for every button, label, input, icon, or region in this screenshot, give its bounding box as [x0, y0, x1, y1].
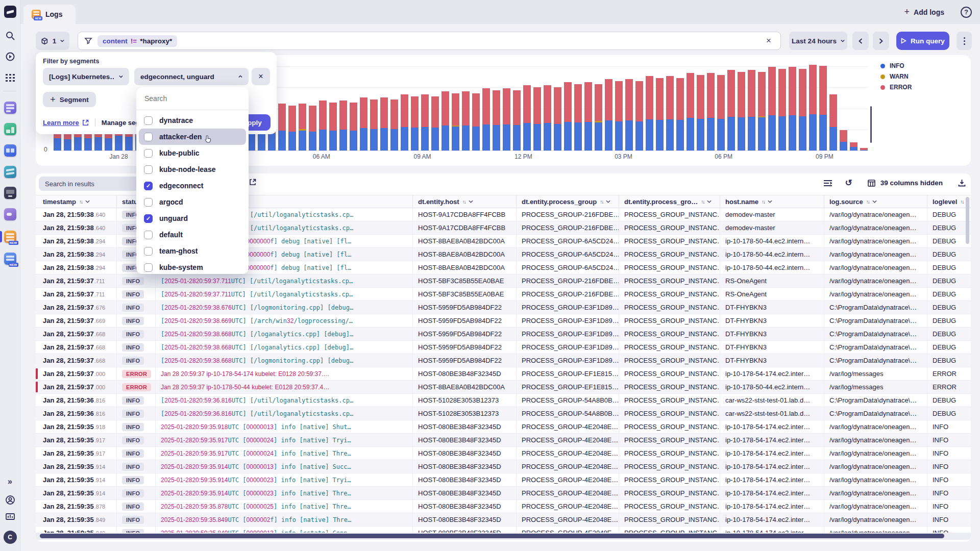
legend-item-info[interactable]: INFO — [880, 62, 912, 69]
log-row[interactable]: Jan 28, 21:59:35.918INFO2025-01-28 20:59… — [36, 420, 971, 434]
histogram-bar[interactable] — [442, 91, 449, 151]
log-row[interactable]: Jan 28, 21:59:37.668INFO[2025-01-28 20:5… — [36, 341, 971, 354]
histogram-bar[interactable] — [595, 84, 602, 151]
histogram-bar[interactable] — [544, 85, 551, 151]
histogram-bar[interactable] — [462, 91, 470, 151]
histogram-bar[interactable] — [523, 85, 531, 151]
histogram-bar[interactable] — [819, 66, 827, 151]
histogram-bar[interactable] — [697, 75, 704, 151]
histogram-bar[interactable] — [850, 142, 857, 151]
histogram-bar[interactable] — [411, 96, 419, 151]
histogram-bar[interactable] — [625, 79, 633, 151]
sort-icon[interactable]: ↑↓ — [79, 199, 82, 205]
sort-icon[interactable]: ↑↓ — [762, 199, 765, 205]
log-row[interactable]: Jan 28, 21:59:37.668INFO[2025-01-28 20:5… — [36, 354, 971, 367]
chevron-down-icon[interactable] — [606, 200, 610, 203]
histogram-bar[interactable] — [748, 70, 755, 151]
checkbox[interactable]: ✓ — [144, 182, 153, 190]
histogram-bar[interactable] — [401, 94, 408, 151]
search-in-results-input[interactable]: Search in results — [39, 177, 145, 191]
histogram-bar[interactable] — [360, 97, 368, 151]
histogram-bar[interactable] — [656, 78, 664, 151]
histogram-bar[interactable] — [605, 79, 612, 151]
app-icon-violet[interactable] — [4, 208, 16, 220]
checkbox[interactable] — [144, 247, 153, 256]
scope-selector[interactable]: 1 — [36, 32, 69, 50]
log-row[interactable]: Jan 28, 21:59:37.676INFO[2025-01-28 20:5… — [36, 301, 971, 314]
histogram-bar[interactable] — [431, 96, 439, 151]
column-header-log-source[interactable]: log.source↑↓ — [824, 195, 927, 208]
time-shift-forward-button[interactable] — [873, 32, 889, 50]
checkbox[interactable] — [144, 116, 153, 125]
histogram-bar[interactable] — [564, 82, 572, 151]
app-launcher-grid-icon[interactable] — [6, 73, 15, 83]
histogram-bar[interactable] — [493, 90, 500, 151]
segment-option-team-ghost[interactable]: team-ghost — [139, 243, 246, 259]
histogram-bar[interactable] — [513, 90, 521, 151]
log-row[interactable]: Jan 28, 21:59:37.711INFO[2025-01-28 20:5… — [36, 274, 971, 288]
histogram-bar[interactable] — [738, 72, 745, 151]
histogram-bar[interactable] — [309, 106, 316, 151]
histogram-bar[interactable] — [329, 103, 337, 151]
histogram-bar[interactable] — [299, 104, 306, 151]
log-row[interactable]: Jan 28, 21:59:35.917INFO2025-01-28 20:59… — [36, 434, 971, 447]
histogram-bar[interactable] — [482, 88, 490, 151]
learn-more-link[interactable]: Learn more — [43, 119, 89, 127]
histogram-bar[interactable] — [503, 88, 510, 151]
horizontal-scrollbar[interactable] — [36, 533, 971, 540]
sort-icon[interactable]: ↑↓ — [701, 199, 704, 205]
segment-option-kube-system[interactable]: kube-system — [139, 259, 246, 274]
histogram-bar[interactable] — [584, 82, 592, 151]
query-input[interactable]: content!=*haproxy* × — [78, 32, 781, 50]
checkbox[interactable] — [144, 263, 153, 272]
checkbox[interactable] — [144, 149, 153, 158]
checkbox[interactable] — [144, 165, 153, 174]
help-icon[interactable]: ? — [961, 7, 972, 18]
column-header-loglevel[interactable]: loglevel↑↓ — [927, 195, 971, 208]
log-row[interactable]: Jan 28, 21:59:35.914INFO2025-01-28 20:59… — [36, 487, 971, 500]
column-header-dt-entity-host[interactable]: dt.entity.host↑↓ — [412, 195, 516, 208]
horizontal-scrollbar-thumb[interactable] — [40, 534, 944, 538]
chevron-down-icon[interactable] — [469, 200, 473, 203]
run-query-button[interactable]: Run query — [896, 32, 949, 50]
histogram-bar[interactable] — [635, 81, 643, 151]
histogram-bar[interactable] — [676, 78, 684, 151]
filter-chip[interactable]: content!=*haproxy* — [97, 35, 177, 47]
chevron-down-icon[interactable] — [707, 200, 712, 203]
columns-hidden-button[interactable]: 39 columns hidden — [865, 179, 946, 187]
log-row[interactable]: Jan 28, 21:59:37.000ERRORJan 28 20:59:37… — [36, 381, 971, 394]
segment-option-unguard[interactable]: ✓unguard — [139, 210, 246, 227]
column-header-host-name[interactable]: host.name↑↓ — [720, 195, 824, 208]
app-icon-blue[interactable] — [4, 144, 16, 157]
histogram-bar[interactable] — [278, 104, 286, 151]
sort-icon[interactable]: ↑↓ — [600, 199, 603, 205]
histogram-bar[interactable] — [778, 69, 786, 151]
segment-values-combobox[interactable]: edgeconnect, unguard — [134, 68, 249, 85]
checkbox[interactable] — [144, 133, 153, 141]
legend-item-error[interactable]: ERROR — [880, 84, 912, 91]
segment-option-attacker-den[interactable]: attacker-den — [139, 129, 246, 145]
user-avatar[interactable]: C — [4, 531, 17, 544]
histogram-bar[interactable] — [288, 106, 296, 151]
histogram-bar[interactable] — [687, 73, 694, 151]
histogram-bar[interactable] — [768, 67, 776, 151]
legend-item-warn[interactable]: WARN — [880, 73, 912, 80]
time-marker-handle[interactable] — [870, 106, 872, 143]
column-header-dt-entity-process-gro-[interactable]: dt.entity.process_gro…↑↓ — [619, 195, 720, 208]
histogram-bar[interactable] — [472, 93, 480, 151]
time-shift-back-button[interactable] — [852, 32, 869, 50]
log-row[interactable]: Jan 28, 21:59:36.816INFO[2025-01-28 20:5… — [36, 394, 971, 407]
log-row[interactable]: Jan 28, 21:59:35.914INFO2025-01-28 20:59… — [36, 460, 971, 473]
log-row[interactable]: Jan 28, 21:59:37.668INFO[2025-01-28 20:5… — [36, 328, 971, 341]
segment-option-kube-public[interactable]: kube-public — [139, 145, 246, 161]
sort-icon[interactable]: ↑↓ — [866, 199, 869, 205]
histogram-bar[interactable] — [789, 67, 796, 151]
log-row[interactable]: Jan 28, 21:59:35.878INFO2025-01-28 20:59… — [36, 500, 971, 513]
segment-option-dynatrace[interactable]: dynatrace — [139, 112, 246, 129]
histogram-bar[interactable] — [840, 130, 847, 151]
histogram-bar[interactable] — [380, 97, 388, 151]
segment-option-default[interactable]: default — [139, 227, 246, 243]
sort-icon[interactable]: ↑↓ — [462, 199, 465, 205]
app-icon-monitor[interactable] — [4, 187, 16, 199]
histogram-bar[interactable] — [666, 76, 674, 151]
